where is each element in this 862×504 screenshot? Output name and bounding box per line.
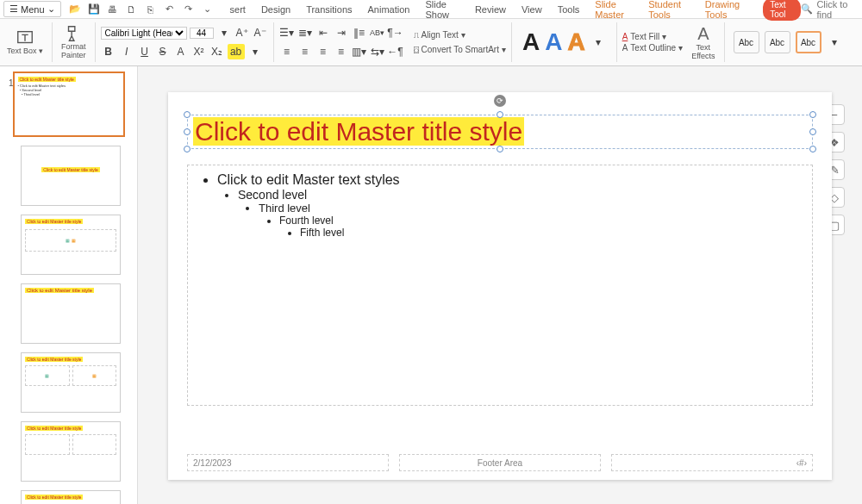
chevron-down-icon[interactable]: ⌄ — [201, 3, 215, 16]
title-placeholder[interactable]: ⟳ Click to edit Master title style — [187, 115, 813, 149]
tab-transitions[interactable]: Transitions — [306, 4, 352, 15]
redo-icon[interactable]: ↷ — [182, 3, 196, 16]
numbering-button[interactable]: ≣▾ — [297, 25, 313, 40]
italic-button[interactable]: I — [119, 44, 134, 59]
chevron-down-icon[interactable]: ▾ — [247, 44, 263, 59]
level-3[interactable]: Third level Fourth level Fifth level — [259, 202, 800, 239]
shape-style-more-icon[interactable]: ▾ — [827, 34, 842, 50]
align-right-button[interactable]: ≡ — [315, 44, 331, 59]
resize-handle[interactable] — [809, 146, 816, 152]
hamburger-icon: ☰ — [9, 3, 18, 15]
text-outline-button[interactable]: A Text Outline ▾ — [622, 43, 683, 53]
tab-design[interactable]: Design — [261, 4, 290, 15]
wordart-style-1[interactable]: A — [522, 28, 540, 56]
date-placeholder[interactable]: 2/12/2023 — [187, 454, 389, 471]
align-text-button[interactable]: ⎍ Align Text ▾ — [414, 30, 506, 40]
tab-view[interactable]: View — [522, 4, 542, 15]
save-icon[interactable]: 💾 — [87, 3, 101, 16]
wordart-gallery[interactable]: A A A ▾ — [517, 19, 611, 65]
font-size-input[interactable] — [190, 28, 214, 39]
thumbnail-layout-1[interactable]: Click to edit Master title style — [21, 146, 121, 206]
shrink-font-icon[interactable]: A⁻ — [253, 25, 268, 40]
thumbnail-layout-2[interactable]: Click to edit Master title style▦▦ — [21, 215, 121, 275]
menu-button[interactable]: ☰ Menu ⌄ — [3, 1, 61, 17]
resize-handle[interactable] — [497, 111, 503, 118]
tab-tools[interactable]: Tools — [558, 4, 580, 15]
textbox-group[interactable]: Text Box ▾ — [3, 19, 47, 65]
indent-marker-button[interactable]: ⇆▾ — [370, 44, 385, 59]
convert-smartart-button[interactable]: ⌼ Convert To SmartArt ▾ — [414, 45, 506, 54]
tab-animation[interactable]: Animation — [368, 4, 410, 15]
print-preview-icon[interactable]: 🗋 — [125, 3, 139, 16]
superscript-button[interactable]: X² — [191, 44, 207, 59]
text-effects-button[interactable]: A Text Effects — [688, 19, 718, 65]
footer-placeholder[interactable]: Footer Area — [399, 454, 601, 471]
dropdown-icon[interactable]: ▾ — [216, 25, 232, 40]
align-justify-button[interactable]: ≡ — [334, 44, 349, 59]
line-spacing-button[interactable]: ‖≡ — [352, 25, 367, 40]
tab-review[interactable]: Review — [475, 4, 506, 15]
body-placeholder[interactable]: Click to edit Master text styles Second … — [187, 165, 813, 406]
tab-drawing-tools[interactable]: Drawing Tools — [705, 0, 747, 20]
tab-slideshow[interactable]: Slide Show — [425, 0, 459, 20]
resize-handle[interactable] — [184, 111, 191, 118]
search-box[interactable]: 🔍 Click to find — [801, 0, 859, 20]
level-4[interactable]: Fourth level Fifth level — [279, 215, 800, 239]
slide-master: ⟳ Click to edit Master title style Click… — [168, 92, 832, 480]
format-painter-group[interactable]: Format Painter — [58, 19, 90, 65]
thumbnail-layout-6[interactable]: Click to edit Master title style — [21, 490, 121, 504]
columns-button[interactable]: ▥▾ — [352, 44, 367, 59]
grow-font-icon[interactable]: A⁺ — [234, 25, 250, 40]
bold-button[interactable]: B — [101, 44, 116, 59]
thumbnail-layout-3[interactable]: Click to edit Master title style — [21, 283, 121, 344]
chevron-down-icon: ⌄ — [47, 3, 55, 15]
align-left-button[interactable]: ≡ — [279, 44, 295, 59]
level-2[interactable]: Second level Third level Fourth level Fi… — [238, 188, 800, 239]
strike-button[interactable]: S — [155, 44, 171, 59]
wordart-style-2[interactable]: A — [545, 28, 562, 56]
title-text[interactable]: Click to edit Master title style — [193, 117, 524, 146]
export-icon[interactable]: ⎘ — [144, 3, 158, 16]
shape-style-2[interactable]: Abc — [765, 31, 790, 53]
open-icon[interactable]: 📂 — [68, 3, 82, 16]
wordart-more-icon[interactable]: ▾ — [590, 34, 606, 50]
ltr-button[interactable]: ¶→ — [388, 25, 403, 40]
shape-style-1[interactable]: Abc — [734, 31, 759, 53]
decrease-indent-button[interactable]: ⇤ — [315, 25, 331, 40]
search-placeholder: Click to find — [816, 0, 859, 20]
font-name-select[interactable]: Calibri Light (Heading — [101, 27, 187, 40]
align-center-button[interactable]: ≡ — [297, 44, 313, 59]
thumbnail-layout-4[interactable]: Click to edit Master title style▦▦ — [21, 352, 121, 413]
level-5[interactable]: Fifth level — [300, 227, 800, 239]
print-icon[interactable]: 🖶 — [106, 3, 120, 16]
wordart-style-3[interactable]: A — [567, 28, 584, 56]
tab-insert[interactable]: sert — [230, 4, 246, 15]
menu-label: Menu — [21, 4, 45, 15]
tab-student-tools[interactable]: Student Tools — [648, 0, 690, 20]
tab-slide-master[interactable]: Slide Master — [595, 0, 633, 20]
tab-text-tools[interactable]: Text Tool — [763, 0, 801, 21]
level-1[interactable]: Click to edit Master text styles Second … — [217, 172, 800, 239]
slide-canvas[interactable]: − ❖ ✎ ◇ ▢ ⟳ Click to edit Master title s… — [138, 66, 862, 504]
thumbnail-layout-5[interactable]: Click to edit Master title style — [21, 421, 121, 482]
increase-indent-button[interactable]: ⇥ — [334, 25, 349, 40]
highlight-button[interactable]: ab — [228, 44, 245, 59]
char-spacing-button[interactable]: AB▾ — [370, 25, 385, 40]
shadow-button[interactable]: A — [173, 44, 189, 59]
undo-icon[interactable]: ↶ — [163, 3, 177, 16]
shape-style-3[interactable]: Abc — [796, 31, 821, 53]
slidenumber-placeholder[interactable]: ‹#› — [611, 454, 813, 471]
resize-handle[interactable] — [497, 146, 503, 152]
underline-button[interactable]: U — [137, 44, 153, 59]
bullets-button[interactable]: ☰▾ — [279, 25, 295, 40]
resize-handle[interactable] — [184, 128, 191, 135]
subscript-button[interactable]: X₂ — [209, 44, 225, 59]
resize-handle[interactable] — [184, 146, 191, 152]
rotate-handle-icon[interactable]: ⟳ — [494, 95, 506, 107]
text-fill-button[interactable]: A Text Fill ▾ — [622, 32, 683, 41]
rtl-button[interactable]: ←¶ — [388, 44, 403, 59]
thumbnail-master[interactable]: Click to edit Master title style • Click… — [13, 72, 125, 137]
slide-panel[interactable]: 1 Click to edit Master title style • Cli… — [0, 66, 138, 504]
resize-handle[interactable] — [809, 111, 816, 118]
resize-handle[interactable] — [809, 128, 816, 135]
